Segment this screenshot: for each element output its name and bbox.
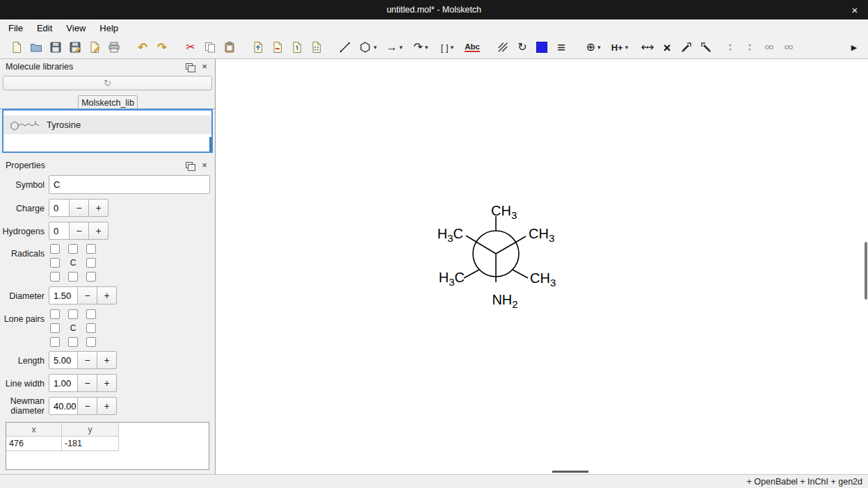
line-width-decrease-button[interactable]: − [77, 374, 97, 392]
hydrogens-value-input[interactable] [49, 222, 70, 240]
radical-checkbox[interactable] [68, 272, 78, 282]
ring-tool-button[interactable]: ▾ [355, 38, 381, 56]
mechanism-arrow-icon: ↷ [414, 42, 423, 53]
coord-x-cell[interactable]: 476 [6, 437, 62, 451]
window-close-button[interactable]: × [846, 0, 864, 19]
newman-projection-molecule[interactable]: CH3 H3C CH3 H3C CH3 NH2 [216, 59, 868, 474]
save-button[interactable] [46, 38, 65, 56]
symbol-input[interactable] [49, 175, 210, 194]
line-width-increase-button[interactable]: + [97, 374, 117, 392]
properties-close-button[interactable]: × [200, 160, 209, 170]
line-width-value-input[interactable] [49, 374, 78, 392]
color-picker-button[interactable] [532, 38, 552, 56]
list-item-tyrosine[interactable]: Tyrosine [3, 115, 211, 134]
hatch-icon [497, 42, 508, 53]
newman-diameter-increase-button[interactable]: + [97, 397, 117, 415]
diameter-increase-button[interactable]: + [97, 286, 117, 304]
radical-checkbox[interactable] [86, 258, 96, 268]
line-width-button[interactable]: ≡ [552, 38, 571, 56]
newman-diameter-value-input[interactable] [49, 397, 78, 415]
bracket-tool-button[interactable]: [ ]▾ [434, 38, 460, 56]
text-tool-button[interactable]: Abc [460, 38, 484, 56]
print-button[interactable] [104, 38, 124, 56]
lone-pair-checkbox[interactable] [68, 337, 78, 347]
doc-number-button[interactable] [287, 38, 307, 56]
hydrogens-decrease-button[interactable]: − [69, 222, 89, 240]
libraries-close-button[interactable]: × [200, 61, 209, 71]
menu-help[interactable]: Help [93, 19, 125, 36]
radical-checkbox[interactable] [86, 272, 96, 282]
toolbar-overflow-button[interactable]: ▶ [844, 38, 864, 56]
delete-tool-button[interactable]: × [657, 38, 677, 56]
hydrogen-tool-button[interactable]: H+▾ [606, 38, 633, 56]
lone-pair-checkbox[interactable] [50, 337, 60, 347]
radical-checkbox[interactable] [50, 272, 60, 282]
hydrogens-increase-button[interactable]: + [88, 222, 108, 240]
substituent-upper-left[interactable]: H3C [437, 226, 463, 244]
substituent-upper-right[interactable]: CH3 [529, 226, 554, 244]
lone-pair-checkbox[interactable] [86, 337, 96, 347]
lone-pair-checkbox[interactable] [86, 323, 96, 333]
diameter-decrease-button[interactable]: − [77, 286, 97, 304]
merge-icon [641, 41, 654, 54]
newman-diameter-decrease-button[interactable]: − [77, 397, 97, 415]
charge-tool-button[interactable]: ⊕▾ [580, 38, 606, 56]
doc-minus-button[interactable] [268, 38, 287, 56]
reaction-arrow-button[interactable]: →▾ [381, 38, 408, 56]
radical-checkbox[interactable] [86, 244, 96, 254]
charge-decrease-button[interactable]: − [69, 199, 89, 217]
charge-value-input[interactable] [49, 199, 70, 217]
length-value-input[interactable] [49, 351, 78, 369]
print-icon [108, 41, 120, 54]
substituent-lower-right[interactable]: CH3 [530, 270, 556, 288]
charge-increase-button[interactable]: + [88, 199, 108, 217]
drawing-canvas[interactable]: CH3 H3C CH3 H3C CH3 NH2 [216, 59, 868, 474]
properties-float-button[interactable] [184, 160, 194, 170]
undo-button[interactable]: ↶ [133, 38, 152, 56]
radical-checkbox[interactable] [50, 244, 60, 254]
doc-grid-button[interactable] [307, 38, 326, 56]
menu-edit[interactable]: Edit [30, 19, 59, 36]
doc-arrow-up-button[interactable] [248, 38, 268, 56]
lone-pair-checkbox[interactable] [68, 309, 78, 319]
substituent-lower-left[interactable]: H3C [439, 270, 465, 288]
mechanism-arrow-button[interactable]: ↷▾ [408, 38, 434, 56]
horizontal-scrollbar-thumb[interactable] [552, 471, 588, 473]
hatch-tool-button[interactable] [493, 38, 513, 56]
list-scrollbar-thumb[interactable] [209, 137, 211, 152]
menu-view[interactable]: View [59, 19, 93, 36]
coord-y-cell[interactable]: -181 [62, 437, 119, 451]
substituent-bottom[interactable]: NH2 [492, 292, 517, 310]
newman-front-bonds[interactable] [466, 236, 526, 282]
menu-file[interactable]: File [1, 19, 30, 36]
tab-molsketch-lib[interactable]: Molsketch_lib [78, 95, 138, 109]
merge-tool-button[interactable] [638, 38, 657, 56]
vertical-scrollbar-thumb[interactable] [865, 242, 867, 300]
open-file-button[interactable] [26, 38, 46, 56]
radical-checkbox[interactable] [68, 244, 78, 254]
redo-button[interactable]: ↷ [152, 38, 172, 56]
libraries-float-button[interactable] [184, 61, 194, 71]
molecule-library-list[interactable]: Tyrosine [2, 109, 213, 153]
rotate-tool-button[interactable]: ↻ [513, 38, 532, 56]
length-label: Length [0, 356, 45, 366]
diameter-value-input[interactable] [49, 286, 78, 304]
lone-pair-checkbox[interactable] [86, 309, 96, 319]
radical-checkbox[interactable] [50, 258, 60, 268]
lone-pair-checkbox[interactable] [50, 309, 60, 319]
pen-arrow-button[interactable] [677, 38, 696, 56]
length-increase-button[interactable]: + [97, 351, 117, 369]
new-file-button[interactable] [7, 38, 26, 56]
copy-button[interactable] [200, 38, 220, 56]
save-as-button[interactable] [65, 38, 85, 56]
library-refresh-button[interactable]: ↻ [3, 76, 212, 90]
pen-arrow-2-button[interactable] [696, 38, 716, 56]
chevron-down-icon: ▾ [425, 44, 428, 51]
cut-button[interactable]: ✂ [181, 38, 200, 56]
length-decrease-button[interactable]: − [77, 351, 97, 369]
draw-tool-button[interactable] [335, 38, 355, 56]
lone-pair-checkbox[interactable] [50, 323, 60, 333]
substituent-top[interactable]: CH3 [491, 203, 517, 221]
paste-button[interactable] [220, 38, 239, 56]
export-button[interactable] [85, 38, 104, 56]
